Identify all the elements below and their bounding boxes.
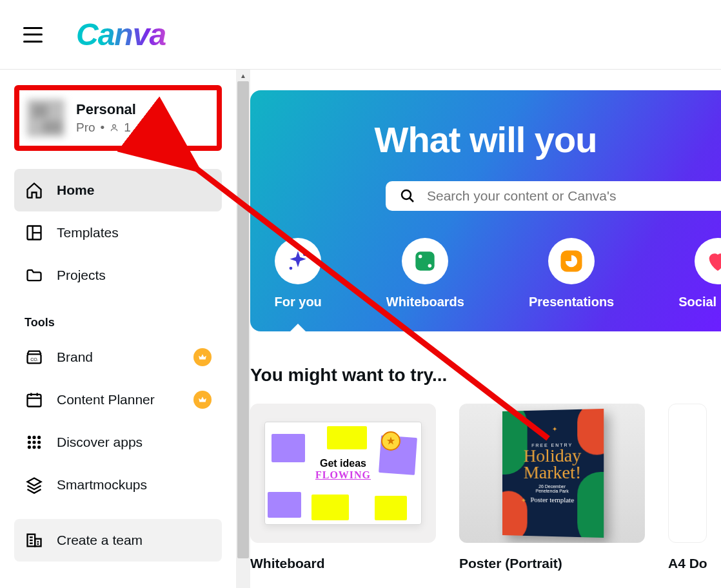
- category-row: For you Whiteboards Presentations: [250, 238, 721, 331]
- calendar-icon: [25, 390, 44, 409]
- star-icon: [381, 431, 400, 451]
- sidebar-item-label: Content Planner: [57, 392, 155, 407]
- category-presentations[interactable]: Presentations: [529, 238, 614, 309]
- profile-plan: Pro • 1: [76, 121, 136, 135]
- svg-line-27: [410, 198, 413, 202]
- canva-logo[interactable]: Canva: [76, 17, 166, 52]
- sidebar-item-brand[interactable]: CO. Brand: [14, 336, 222, 378]
- sidebar-section-tools: Tools: [14, 297, 222, 336]
- card-whiteboard[interactable]: Get ideas FLOWING Whiteboard: [250, 404, 436, 571]
- sidebar-item-content-planner[interactable]: Content Planner: [14, 378, 222, 421]
- svg-point-17: [32, 446, 35, 449]
- avatar: [27, 99, 64, 137]
- svg-point-31: [419, 255, 422, 259]
- search-input[interactable]: [427, 188, 707, 204]
- card-a4-document[interactable]: A4 Do: [668, 404, 707, 571]
- top-bar: Canva: [0, 0, 721, 70]
- svg-point-14: [32, 440, 35, 444]
- presentation-icon: [548, 238, 595, 284]
- svg-point-18: [37, 446, 41, 449]
- sidebar-item-projects[interactable]: Projects: [14, 254, 222, 297]
- menu-toggle-button[interactable]: [23, 27, 43, 43]
- svg-point-0: [113, 124, 116, 128]
- sidebar-item-smartmockups[interactable]: Smartmockups: [14, 464, 222, 506]
- category-label: Social media: [678, 295, 721, 309]
- sidebar-item-label: Templates: [57, 225, 119, 240]
- scrollbar-up-icon[interactable]: ▲: [236, 70, 250, 81]
- sidebar-scrollbar[interactable]: ▲: [236, 70, 250, 588]
- card-label: Whiteboard: [250, 556, 436, 571]
- svg-point-12: [37, 436, 41, 439]
- category-label: Presentations: [529, 295, 614, 309]
- svg-text:CO.: CO.: [30, 357, 39, 362]
- sidebar: Personal Pro • 1 Home: [0, 70, 236, 588]
- svg-rect-6: [28, 395, 41, 407]
- svg-point-13: [28, 440, 31, 444]
- main-content: What will you For you Whiteboards: [250, 70, 721, 588]
- apps-grid-icon: [25, 433, 44, 452]
- card-label: Poster (Portrait): [459, 556, 645, 571]
- team-icon: [25, 531, 44, 550]
- card-thumbnail: ✦ ✦ ✧ FREE ENTRY Holiday Market! 26 Dece…: [459, 404, 645, 543]
- search-icon: [400, 188, 415, 204]
- sidebar-item-label: Home: [57, 182, 94, 198]
- sidebar-item-label: Discover apps: [57, 435, 143, 450]
- category-label: For you: [275, 295, 322, 309]
- category-social-media[interactable]: Social media: [678, 238, 721, 309]
- sparkle-icon: [275, 238, 321, 284]
- svg-point-32: [428, 264, 432, 268]
- category-label: Whiteboards: [386, 295, 464, 309]
- card-label: A4 Do: [668, 556, 707, 571]
- svg-point-16: [28, 446, 31, 449]
- profile-switcher[interactable]: Personal Pro • 1: [14, 85, 222, 151]
- svg-point-15: [37, 440, 41, 444]
- svg-point-29: [290, 267, 293, 270]
- card-poster[interactable]: ✦ ✦ ✧ FREE ENTRY Holiday Market! 26 Dece…: [459, 404, 645, 571]
- person-icon: [110, 123, 119, 132]
- category-whiteboards[interactable]: Whiteboards: [386, 238, 464, 309]
- suggestions-heading: You might want to try...: [250, 365, 721, 386]
- hero-banner: What will you For you Whiteboards: [250, 90, 721, 331]
- sidebar-item-label: Projects: [57, 268, 106, 283]
- home-icon: [25, 181, 44, 200]
- heart-icon: [695, 238, 721, 284]
- sidebar-item-label: Create a team: [57, 533, 143, 548]
- sidebar-item-create-team[interactable]: Create a team: [14, 519, 222, 562]
- sidebar-item-home[interactable]: Home: [14, 169, 222, 211]
- sidebar-item-templates[interactable]: Templates: [14, 211, 222, 254]
- suggestion-cards: Get ideas FLOWING Whiteboard ✦: [250, 404, 721, 571]
- layers-icon: [25, 475, 44, 495]
- sidebar-item-discover-apps[interactable]: Discover apps: [14, 421, 222, 464]
- brand-icon: CO.: [25, 348, 44, 367]
- templates-icon: [25, 223, 44, 242]
- svg-point-26: [402, 190, 411, 199]
- sidebar-item-label: Smartmockups: [57, 477, 147, 493]
- svg-rect-30: [416, 251, 435, 270]
- category-for-you[interactable]: For you: [275, 238, 322, 331]
- pro-badge-icon: [193, 348, 212, 366]
- folder-icon: [25, 266, 44, 285]
- whiteboard-icon: [402, 238, 448, 284]
- svg-point-28: [303, 252, 307, 256]
- card-thumbnail: Get ideas FLOWING: [250, 404, 436, 543]
- card-thumbnail: [668, 404, 707, 543]
- svg-point-10: [28, 436, 31, 439]
- scrollbar-thumb[interactable]: [237, 81, 249, 558]
- sidebar-item-label: Brand: [57, 349, 93, 365]
- pro-badge-icon: [193, 391, 212, 409]
- search-bar[interactable]: [386, 181, 721, 211]
- hero-title: What will you: [375, 119, 597, 161]
- svg-point-11: [32, 436, 35, 439]
- profile-name: Personal: [76, 101, 136, 118]
